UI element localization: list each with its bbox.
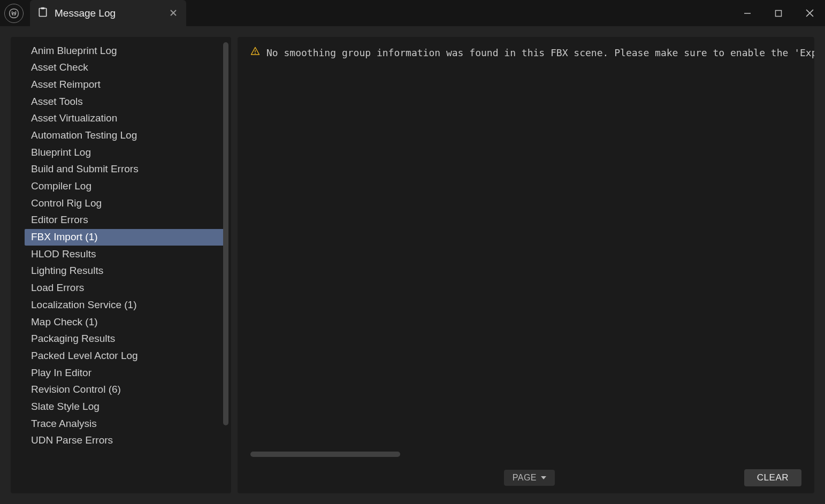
sidebar-item-label: Compiler Log bbox=[31, 180, 91, 192]
sidebar-item-label: Asset Reimport bbox=[31, 79, 101, 90]
sidebar-item-label: Anim Blueprint Log bbox=[31, 45, 117, 56]
messages-area: No smoothing group information was found… bbox=[238, 37, 814, 462]
title-bar: Message Log bbox=[0, 0, 825, 26]
svg-rect-0 bbox=[39, 8, 46, 16]
sidebar-item-label: Localization Service (1) bbox=[31, 299, 136, 310]
sidebar-item-label: Trace Analysis bbox=[31, 418, 97, 429]
sidebar-item[interactable]: Trace Analysis bbox=[25, 415, 225, 432]
sidebar-item-label: Revision Control (6) bbox=[31, 384, 121, 395]
maximize-button[interactable] bbox=[763, 0, 794, 26]
message-text: No smoothing group information was found… bbox=[266, 47, 814, 58]
sidebar-item[interactable]: Editor Errors bbox=[25, 212, 225, 229]
sidebar-item-label: Slate Style Log bbox=[31, 401, 100, 412]
sidebar-item[interactable]: HLOD Results bbox=[25, 246, 225, 263]
sidebar-item-label: Map Check (1) bbox=[31, 316, 98, 327]
sidebar: Anim Blueprint LogAsset CheckAsset Reimp… bbox=[11, 37, 231, 493]
sidebar-item[interactable]: FBX Import (1) bbox=[25, 229, 225, 246]
message-row[interactable]: No smoothing group information was found… bbox=[250, 47, 801, 58]
sidebar-item[interactable]: Localization Service (1) bbox=[25, 296, 225, 314]
window-controls bbox=[732, 0, 825, 26]
sidebar-item-label: Asset Check bbox=[31, 62, 88, 73]
sidebar-item[interactable]: Map Check (1) bbox=[25, 314, 225, 331]
sidebar-item[interactable]: UDN Parse Errors bbox=[25, 432, 225, 449]
sidebar-item-label: Asset Tools bbox=[31, 96, 83, 107]
sidebar-item[interactable]: Asset Reimport bbox=[25, 76, 225, 93]
sidebar-item[interactable]: Asset Tools bbox=[25, 93, 225, 110]
sidebar-item[interactable]: Load Errors bbox=[25, 280, 225, 297]
chevron-down-icon bbox=[541, 476, 546, 479]
close-tab-icon[interactable] bbox=[170, 9, 177, 18]
sidebar-item-label: Control Rig Log bbox=[31, 197, 102, 209]
minimize-button[interactable] bbox=[732, 0, 763, 26]
sidebar-item[interactable]: Control Rig Log bbox=[25, 195, 225, 212]
tab-title: Message Log bbox=[55, 7, 116, 19]
sidebar-item[interactable]: Asset Check bbox=[25, 59, 225, 77]
sidebar-item[interactable]: Packaging Results bbox=[25, 331, 225, 348]
page-dropdown[interactable]: PAGE bbox=[504, 470, 555, 486]
sidebar-item-label: Blueprint Log bbox=[31, 147, 91, 158]
tab-message-log[interactable]: Message Log bbox=[30, 0, 186, 26]
sidebar-item[interactable]: Automation Testing Log bbox=[25, 127, 225, 144]
clear-button[interactable]: CLEAR bbox=[744, 469, 801, 486]
messages-h-scrollbar[interactable] bbox=[250, 452, 801, 457]
sidebar-item[interactable]: Build and Submit Errors bbox=[25, 161, 225, 178]
svg-rect-5 bbox=[776, 10, 782, 16]
sidebar-item[interactable]: Blueprint Log bbox=[25, 144, 225, 161]
messages-h-scrollbar-thumb[interactable] bbox=[250, 452, 400, 457]
sidebar-item-label: Packaging Results bbox=[31, 333, 115, 344]
sidebar-scrollbar-thumb[interactable] bbox=[223, 42, 228, 425]
clear-label: CLEAR bbox=[757, 472, 789, 483]
sidebar-item-label: HLOD Results bbox=[31, 248, 96, 259]
sidebar-item-label: Asset Virtualization bbox=[31, 112, 117, 124]
warning-icon bbox=[250, 47, 260, 58]
svg-rect-1 bbox=[41, 7, 45, 9]
content-panel: No smoothing group information was found… bbox=[238, 37, 814, 493]
content-footer: PAGE CLEAR bbox=[238, 462, 814, 493]
page-label: PAGE bbox=[513, 473, 537, 483]
sidebar-item-label: Packed Level Actor Log bbox=[31, 350, 138, 361]
close-window-button[interactable] bbox=[794, 0, 825, 26]
sidebar-item-label: Play In Editor bbox=[31, 367, 91, 378]
sidebar-item[interactable]: Revision Control (6) bbox=[25, 381, 225, 399]
sidebar-scrollbar[interactable] bbox=[223, 42, 228, 488]
sidebar-item-label: Load Errors bbox=[31, 282, 84, 293]
sidebar-item-label: Editor Errors bbox=[31, 214, 88, 225]
sidebar-item[interactable]: Anim Blueprint Log bbox=[25, 42, 225, 59]
sidebar-item[interactable]: Play In Editor bbox=[25, 364, 225, 381]
app-logo-icon[interactable] bbox=[4, 4, 24, 23]
sidebar-item-label: Build and Submit Errors bbox=[31, 163, 139, 174]
sidebar-item-label: Automation Testing Log bbox=[31, 129, 137, 141]
sidebar-item-label: Lighting Results bbox=[31, 265, 103, 276]
svg-point-9 bbox=[255, 53, 256, 54]
sidebar-item[interactable]: Packed Level Actor Log bbox=[25, 347, 225, 364]
sidebar-item[interactable]: Lighting Results bbox=[25, 263, 225, 280]
sidebar-item[interactable]: Compiler Log bbox=[25, 178, 225, 195]
sidebar-item[interactable]: Slate Style Log bbox=[25, 398, 225, 415]
message-log-icon bbox=[37, 7, 48, 20]
sidebar-item-label: UDN Parse Errors bbox=[31, 434, 113, 446]
sidebar-item-label: FBX Import (1) bbox=[31, 231, 98, 242]
workspace: Anim Blueprint LogAsset CheckAsset Reimp… bbox=[0, 26, 825, 504]
sidebar-item[interactable]: Asset Virtualization bbox=[25, 110, 225, 127]
